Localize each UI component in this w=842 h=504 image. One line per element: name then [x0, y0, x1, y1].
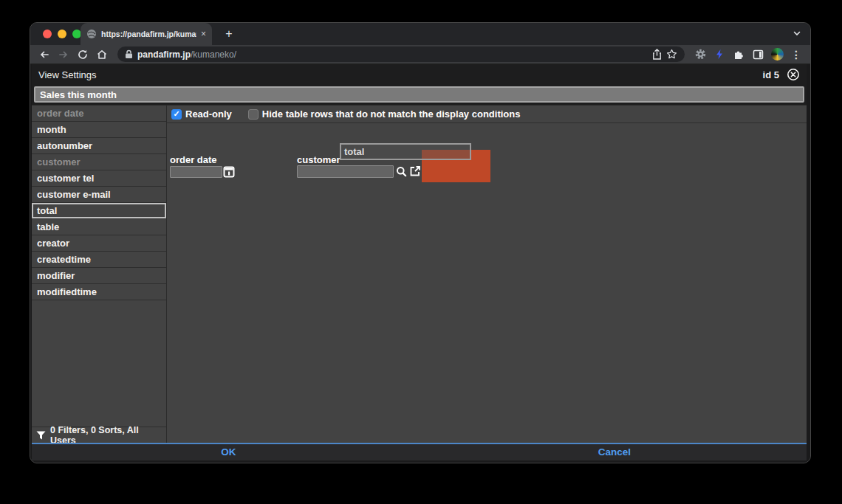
dialog-footer: OK Cancel: [32, 443, 807, 460]
url-domain: pandafirm.jp: [137, 49, 191, 60]
browser-tab[interactable]: https://pandafirm.jp/kumaneko ×: [81, 23, 212, 45]
cancel-button[interactable]: Cancel: [598, 446, 631, 458]
browser-menu-dots-icon[interactable]: ⋮: [788, 46, 804, 63]
profile-avatar[interactable]: [769, 46, 785, 63]
open-in-new-icon[interactable]: [409, 165, 421, 177]
extension-bolt-icon[interactable]: [711, 46, 728, 63]
field-list-panel: order datemonthautonumbercustomercustome…: [32, 106, 167, 443]
share-icon[interactable]: [652, 49, 662, 60]
reload-icon[interactable]: [75, 46, 91, 63]
tab-title: https://pandafirm.jp/kumaneko: [101, 30, 196, 38]
form-canvas: order date customer: [167, 123, 807, 443]
checkbox-label: Read-only: [185, 108, 232, 120]
url-text: pandafirm.jp/kumaneko/: [137, 49, 648, 60]
field-list: order datemonthautonumbercustomercustome…: [32, 106, 166, 300]
page-background: View Settings id 5 order datemonthautonu…: [30, 64, 810, 463]
lock-icon: [125, 49, 133, 59]
extension-gear-icon[interactable]: [692, 46, 708, 63]
favicon-globe-icon: [86, 29, 97, 39]
field-list-spacer: [32, 300, 166, 427]
checkbox-box[interactable]: [171, 109, 182, 120]
traffic-lights: [43, 30, 81, 38]
dialog-header: View Settings id 5: [32, 64, 807, 85]
sidebar-item-month[interactable]: month: [32, 122, 166, 138]
sidebar-item-table[interactable]: table: [32, 219, 166, 235]
url-path: /kumaneko/: [191, 49, 236, 60]
browser-window: https://pandafirm.jp/kumaneko × + pandaf…: [30, 22, 811, 463]
sidebar-item-autonumber[interactable]: autonumber: [32, 138, 166, 154]
calendar-icon[interactable]: [223, 165, 235, 178]
close-window-button[interactable]: [43, 30, 52, 38]
sidebar-item-customer-tel[interactable]: customer tel: [32, 170, 166, 187]
sidebar-item-order-date[interactable]: order date: [32, 106, 166, 122]
dialog-title: View Settings: [38, 69, 756, 80]
options-row: Read-only Hide table rows that do not ma…: [167, 106, 807, 123]
view-settings-dialog: View Settings id 5 order datemonthautonu…: [32, 64, 807, 460]
dialog-body: order datemonthautonumbercustomercustome…: [32, 105, 807, 443]
order-date-label: order date: [170, 154, 217, 165]
checkbox-label: Hide table rows that do not match the di…: [262, 108, 521, 120]
customer-input[interactable]: [297, 165, 394, 178]
new-tab-button[interactable]: +: [221, 26, 237, 42]
order-date-input[interactable]: [170, 166, 222, 178]
bookmark-star-icon[interactable]: [666, 49, 677, 60]
layout-editor: Read-only Hide table rows that do not ma…: [167, 106, 807, 443]
browser-toolbar: pandafirm.jp/kumaneko/ ⋮: [30, 45, 810, 64]
side-panel-icon[interactable]: [750, 46, 766, 63]
checkbox-box[interactable]: [248, 109, 259, 120]
minimize-window-button[interactable]: [58, 30, 66, 38]
filter-funnel-icon: [36, 431, 46, 440]
sidebar-item-total[interactable]: total: [32, 203, 166, 219]
sidebar-item-customer[interactable]: customer: [32, 154, 166, 170]
sidebar-item-customer-e-mail[interactable]: customer e-mail: [32, 187, 166, 203]
sidebar-item-modifier[interactable]: modifier: [32, 268, 166, 284]
hide-rows-checkbox[interactable]: Hide table rows that do not match the di…: [248, 108, 521, 120]
tab-close-icon[interactable]: ×: [201, 30, 206, 38]
forward-icon[interactable]: [55, 46, 72, 63]
view-id-label: id 5: [763, 69, 779, 80]
dialog-close-icon[interactable]: [787, 68, 800, 81]
sidebar-item-createdtime[interactable]: createdtime: [32, 252, 166, 268]
address-bar[interactable]: pandafirm.jp/kumaneko/: [117, 46, 685, 62]
tab-strip: https://pandafirm.jp/kumaneko × +: [30, 23, 810, 45]
view-name-input[interactable]: [34, 86, 804, 103]
extensions-puzzle-icon[interactable]: [730, 46, 747, 63]
sidebar-item-creator[interactable]: creator: [32, 235, 166, 252]
sidebar-item-modifiedtime[interactable]: modifiedtime: [32, 284, 166, 300]
filter-summary-row[interactable]: 0 Filters, 0 Sorts, All Users: [32, 427, 166, 443]
ok-button[interactable]: OK: [221, 446, 236, 458]
view-name-row: [32, 85, 807, 105]
back-icon[interactable]: [36, 46, 52, 63]
search-icon[interactable]: [396, 166, 407, 177]
tab-search-chevron-down-icon[interactable]: [793, 29, 801, 38]
drag-ghost-total-field[interactable]: total: [340, 143, 471, 160]
readonly-checkbox[interactable]: Read-only: [171, 108, 232, 120]
customer-label: customer: [297, 154, 340, 165]
home-icon[interactable]: [94, 46, 110, 63]
